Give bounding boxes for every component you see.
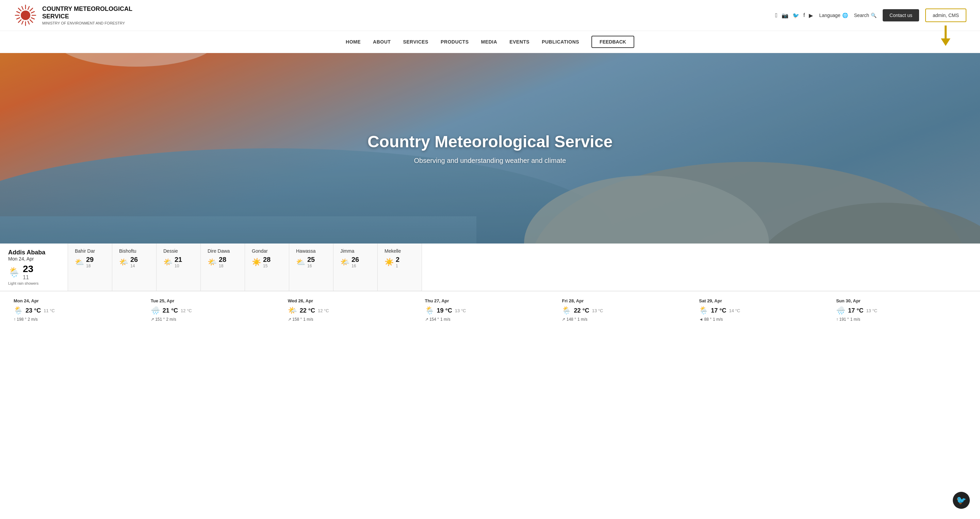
logo-area: COUNTRY METEOROLOGICAL SERVICE MINISTRY … [14, 3, 775, 27]
hero-content: Country Meteorological Service Observing… [361, 132, 619, 165]
nav-products[interactable]: PRODUCTS [441, 39, 469, 44]
main-nav: HOME ABOUT SERVICES PRODUCTS MEDIA EVENT… [0, 31, 980, 53]
city-tab-gondar[interactable]: Gondar ☀️ 28 15 [245, 243, 289, 291]
svg-line-14 [31, 11, 34, 13]
header: COUNTRY METEOROLOGICAL SERVICE MINISTRY … [0, 0, 980, 31]
forecast-wind-1: ↗ 151 ° 2 m/s [151, 317, 176, 322]
forecast-icon-0: 🌦️ [14, 306, 23, 315]
nav-events[interactable]: EVENTS [509, 39, 530, 44]
forecast-icon-5: 🌦️ [699, 306, 708, 315]
dessie-icon: 🌤️ [163, 258, 172, 267]
forecast-day-0: Mon 24, Apr 🌦️ 23 °C 11 °C ↑ 198 ° 2 m/s [14, 298, 144, 322]
nav-about[interactable]: ABOUT [373, 39, 391, 44]
city-tab-hawassa[interactable]: Hawassa ⛅ 25 16 [289, 243, 334, 291]
bahir-dar-icon: ⛅ [75, 258, 84, 267]
instagram-icon[interactable]: 📷 [782, 12, 788, 19]
svg-line-15 [28, 6, 29, 10]
active-city-temp-high: 23 [23, 263, 33, 274]
nav-services[interactable]: SERVICES [403, 39, 428, 44]
jimma-icon: 🌤️ [340, 258, 350, 267]
svg-line-16 [22, 21, 23, 24]
active-city-weather-icon: 🌦️ [8, 267, 20, 278]
nav-media[interactable]: MEDIA [481, 39, 498, 44]
gondar-icon: ☀️ [252, 258, 261, 267]
active-city-date: Mon 24, Apr [8, 256, 60, 262]
dire-dawa-icon: 🌤️ [208, 258, 217, 267]
globe-icon: 🌐 [842, 13, 848, 18]
mekelle-icon: ☀️ [385, 258, 394, 267]
forecast-wind-5: ◄ 88 ° 1 m/s [699, 317, 723, 322]
forecast-day-4: Fri 28, Apr 🌦️ 22 °C 13 °C ↗ 148 ° 1 m/s [562, 298, 692, 322]
city-tab-jimma[interactable]: Jimma 🌤️ 26 16 [334, 243, 378, 291]
contact-button[interactable]: Contact us [883, 9, 919, 21]
city-tabs: Addis Ababa Mon 24, Apr 🌦️ 23 11 Light r… [0, 243, 980, 291]
forecast-icon-2: 🌤️ [288, 306, 297, 315]
facebook-icon[interactable]: f [803, 12, 805, 18]
city-tab-mekelle[interactable]: Mekelle ☀️ 2 1 [378, 243, 422, 291]
hero-title: Country Meteorological Service [368, 132, 612, 152]
svg-line-12 [28, 21, 29, 24]
forecast-wind-3: ↗ 154 ° 1 m/s [425, 317, 450, 322]
hero-section: Country Meteorological Service Observing… [0, 53, 980, 243]
search-icon: 🔍 [871, 13, 877, 18]
forecast-wind-2: ↗ 158 ° 1 m/s [288, 317, 313, 322]
forecast-wind-6: ↑ 191 ° 1 m/s [836, 317, 860, 322]
weather-section: Addis Ababa Mon 24, Apr 🌦️ 23 11 Light r… [0, 243, 980, 329]
forecast-row: Mon 24, Apr 🌦️ 23 °C 11 °C ↑ 198 ° 2 m/s… [0, 291, 980, 329]
forecast-wind-4: ↗ 148 ° 1 m/s [562, 317, 587, 322]
logo-icon [14, 3, 37, 27]
header-right:  📷 🐦 f ▶ Language 🌐 Search 🔍 Contact us… [775, 8, 966, 22]
svg-line-9 [17, 11, 20, 13]
svg-line-5 [18, 8, 21, 11]
forecast-day-1: Tue 25, Apr 🌧️ 21 °C 12 °C ↗ 151 ° 2 m/s [151, 298, 281, 322]
svg-line-10 [31, 18, 34, 19]
forecast-day-2: Wed 26, Apr 🌤️ 22 °C 12 °C ↗ 158 ° 1 m/s [288, 298, 418, 322]
admin-cms-button[interactable]: admin, CMS [925, 8, 966, 22]
social-icons:  📷 🐦 f ▶ [775, 12, 813, 19]
svg-line-13 [17, 18, 20, 19]
active-city-temp-low: 11 [23, 275, 29, 280]
search-button[interactable]: Search 🔍 [854, 13, 877, 18]
forecast-icon-1: 🌧️ [151, 306, 160, 315]
city-tab-bahir-dar[interactable]: Bahir Dar ⛅ 29 18 [68, 243, 112, 291]
city-tab-dire-dawa[interactable]: Dire Dawa 🌤️ 28 18 [201, 243, 245, 291]
svg-point-0 [21, 11, 30, 20]
city-tab-dessie[interactable]: Dessie 🌤️ 21 10 [156, 243, 201, 291]
svg-line-6 [30, 20, 33, 22]
nav-home[interactable]: HOME [346, 39, 361, 44]
forecast-icon-3: 🌦️ [425, 306, 434, 315]
svg-line-7 [30, 8, 33, 11]
active-city-tab[interactable]: Addis Ababa Mon 24, Apr 🌦️ 23 11 Light r… [0, 243, 68, 291]
youtube-icon[interactable]: ▶ [809, 12, 813, 19]
logo-subtitle: MINISTRY OF ENVIRONMENT AND FORESTRY [42, 21, 132, 25]
feedback-button[interactable]: FEEDBACK [592, 36, 634, 48]
bishoftu-icon: 🌤️ [119, 258, 128, 267]
forecast-icon-4: 🌦️ [562, 306, 571, 315]
language-button[interactable]: Language 🌐 [819, 13, 848, 18]
hero-subtitle: Observing and understanding weather and … [368, 157, 612, 165]
logo-text: COUNTRY METEOROLOGICAL SERVICE MINISTRY … [42, 5, 132, 25]
nav-publications[interactable]: PUBLICATIONS [542, 39, 579, 44]
active-city-name: Addis Ababa [8, 249, 60, 256]
svg-line-11 [22, 6, 23, 10]
logo-title: COUNTRY METEOROLOGICAL SERVICE [42, 5, 132, 20]
twitter-icon[interactable]: 🐦 [792, 12, 799, 19]
forecast-icon-6: 🌧️ [836, 306, 845, 315]
svg-line-8 [18, 20, 21, 22]
active-city-description: Light rain showers [8, 281, 60, 285]
forecast-day-6: Sun 30, Apr 🌧️ 17 °C 13 °C ↑ 191 ° 1 m/s [836, 298, 966, 322]
city-tab-bishoftu[interactable]: Bishoftu 🌤️ 26 14 [112, 243, 156, 291]
forecast-day-5: Sat 29, Apr 🌦️ 17 °C 14 °C ◄ 88 ° 1 m/s [699, 298, 829, 322]
hawassa-icon: ⛅ [296, 258, 305, 267]
forecast-day-3: Thu 27, Apr 🌦️ 19 °C 13 °C ↗ 154 ° 1 m/s [425, 298, 555, 322]
instagram-icon[interactable]:  [775, 12, 778, 19]
forecast-wind-0: ↑ 198 ° 2 m/s [14, 317, 38, 322]
